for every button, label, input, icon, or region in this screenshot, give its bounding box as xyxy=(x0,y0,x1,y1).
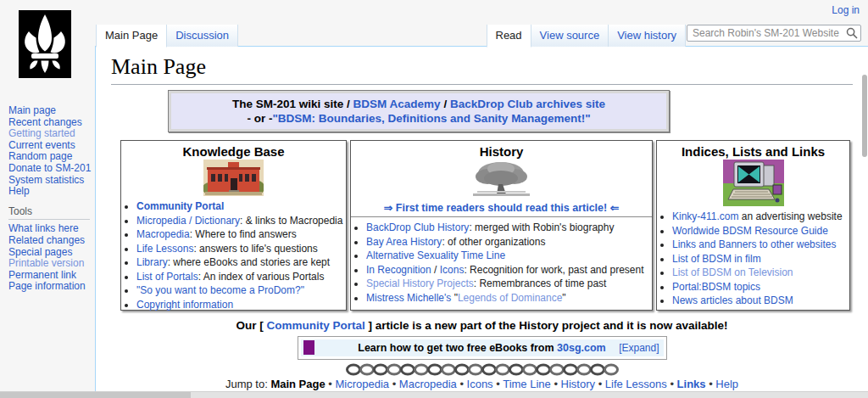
link[interactable]: Links and Banners to other websites xyxy=(672,238,836,250)
link[interactable]: Help xyxy=(8,185,30,197)
link[interactable]: Kinky-411.com xyxy=(672,210,738,222)
text-segment: : An index of various Portals xyxy=(198,271,325,283)
search-icon[interactable] xyxy=(846,27,858,39)
link[interactable]: BDSM Academy xyxy=(353,98,441,110)
link[interactable]: Icons xyxy=(467,378,493,390)
link[interactable]: List of BDSM on Television xyxy=(672,266,793,278)
list-item: Alternative Sexuality Time Line xyxy=(366,249,652,263)
link[interactable]: Community Portal xyxy=(267,319,365,332)
link[interactable]: Legends of Dominance xyxy=(458,292,562,304)
sidebar-nav: Main pageRecent changesGetting startedCu… xyxy=(8,105,93,198)
link[interactable]: Copyright information xyxy=(136,299,233,311)
history-list: BackDrop Club History: merged with Robin… xyxy=(353,221,652,305)
expand-link[interactable]: [Expand] xyxy=(619,342,659,354)
sidebar: Main pageRecent changesGetting startedCu… xyxy=(8,105,93,293)
link[interactable]: List of BDSM in film xyxy=(672,253,761,265)
sidebar-tools-heading: Tools xyxy=(8,206,90,221)
link[interactable]: Main page xyxy=(8,104,56,116)
link[interactable]: What links here xyxy=(8,222,79,234)
sidebar-item-current-events[interactable]: Current events xyxy=(8,140,93,152)
horizontal-scrollbar[interactable] xyxy=(0,391,868,398)
link[interactable]: News articles about BDSM xyxy=(672,294,793,306)
link[interactable]: Community Portal xyxy=(136,200,224,212)
horizontal-scrollbar-thumb[interactable] xyxy=(0,392,191,398)
sidebar-item-related-changes[interactable]: Related changes xyxy=(8,235,93,247)
text-segment: ] article is a new part of the History p… xyxy=(365,319,728,332)
link[interactable]: Micropedia / Dictionary xyxy=(136,215,240,227)
sidebar-item-printable-version[interactable]: Printable version xyxy=(8,258,93,270)
list-item: Bay Area History: of other organizations xyxy=(366,235,652,249)
sidebar-item-page-information[interactable]: Page information xyxy=(8,281,93,293)
link[interactable]: BackDrop Club archives site xyxy=(450,98,605,110)
link[interactable]: Special History Projects xyxy=(366,277,474,289)
link[interactable]: Help xyxy=(715,378,738,390)
link[interactable]: Library xyxy=(136,256,168,268)
link[interactable]: Bay Area History xyxy=(366,236,442,248)
search-input[interactable] xyxy=(687,25,861,42)
sidebar-item-main-page[interactable]: Main page xyxy=(8,105,93,117)
link[interactable]: List of Portals xyxy=(136,271,198,283)
link[interactable]: Macropedia xyxy=(136,228,190,240)
schoolhouse-image xyxy=(121,160,346,196)
text-segment: Learn how to get two free eBooks from xyxy=(358,342,557,354)
link[interactable]: "BDSM: Boundaries, Definitions and Sanit… xyxy=(272,112,590,125)
sidebar-item-random-page[interactable]: Random page xyxy=(8,151,93,163)
jump-line-1: Jump to: Main Page • Micropedia • Macrop… xyxy=(111,378,853,391)
link[interactable]: Permanent link xyxy=(8,269,76,281)
sidebar-item-permanent-link[interactable]: Permanent link xyxy=(8,270,93,282)
link[interactable]: Worldwide BDSM Resource Guide xyxy=(672,225,828,237)
link[interactable]: In Recognition xyxy=(366,264,431,276)
text-segment: The SM-201 wiki site / xyxy=(232,98,353,110)
text-segment: : Recognition for work, past and present xyxy=(464,264,643,276)
list-item: In Recognition / Icons: Recognition for … xyxy=(366,263,652,277)
sidebar-item-donate-to-sm-201[interactable]: Donate to SM-201 xyxy=(8,163,93,175)
link[interactable]: Getting started xyxy=(8,127,75,139)
tree-image xyxy=(351,160,652,199)
tab-discussion[interactable]: Discussion xyxy=(166,25,238,47)
link[interactable]: Links xyxy=(677,378,706,390)
text-segment: • xyxy=(595,378,605,390)
link[interactable]: Macropedia xyxy=(399,378,457,390)
link[interactable]: Portal:BDSM topics xyxy=(672,281,760,293)
link[interactable]: Random page xyxy=(8,150,72,162)
link[interactable]: System statistics xyxy=(8,174,84,186)
tab-view-history[interactable]: View history xyxy=(608,25,686,47)
text-segment: Our [ xyxy=(236,319,267,332)
link[interactable]: Life Lessons xyxy=(605,378,667,390)
link[interactable]: Donate to SM-201 xyxy=(8,162,91,174)
site-logo[interactable] xyxy=(19,10,71,78)
list-item: Mistress Michelle's "Legends of Dominanc… xyxy=(366,291,652,306)
link[interactable]: Icons xyxy=(440,264,465,276)
sidebar-item-getting-started[interactable]: Getting started xyxy=(8,128,93,140)
text-segment: : & links to Macropedia xyxy=(240,215,342,227)
tab-view-source[interactable]: View source xyxy=(531,25,609,47)
link[interactable]: Life Lessons xyxy=(136,243,193,255)
link[interactable]: Special pages xyxy=(8,246,72,258)
link[interactable]: Time Line xyxy=(503,378,551,390)
sidebar-item-special-pages[interactable]: Special pages xyxy=(8,247,93,259)
view-tabs: ReadView sourceView history xyxy=(487,25,686,47)
link[interactable]: Alternative Sexuality Time Line xyxy=(366,249,505,261)
link[interactable]: Micropedia xyxy=(335,378,389,390)
tab-read[interactable]: Read xyxy=(487,25,531,48)
knowledge-base-title: Knowledge Base xyxy=(121,144,346,159)
link[interactable]: History xyxy=(561,378,595,390)
link[interactable]: Related changes xyxy=(8,234,85,246)
vertical-scrollbar[interactable] xyxy=(862,75,867,157)
sidebar-item-what-links-here[interactable]: What links here xyxy=(8,223,93,235)
tab-main-page[interactable]: Main Page xyxy=(96,25,167,48)
link[interactable]: Mistress Michelle's xyxy=(366,292,451,304)
sidebar-item-system-statistics[interactable]: System statistics xyxy=(8,175,93,187)
link[interactable]: Page information xyxy=(8,280,86,292)
link[interactable]: ⇒ First time readers should read this ar… xyxy=(384,202,619,214)
list-item: Macropedia: Where to find answers xyxy=(136,227,346,242)
link[interactable]: Recent changes xyxy=(8,116,82,128)
first-time-readers-link[interactable]: ⇒ First time readers should read this ar… xyxy=(351,201,652,214)
link[interactable]: BackDrop Club History xyxy=(366,221,469,233)
link[interactable]: Current events xyxy=(8,139,75,151)
sidebar-item-help[interactable]: Help xyxy=(8,186,93,198)
link[interactable]: 30sg.com xyxy=(557,342,606,354)
sidebar-item-recent-changes[interactable]: Recent changes xyxy=(8,117,93,129)
link[interactable]: Printable version xyxy=(8,257,84,269)
link[interactable]: "So you want to become a ProDom?" xyxy=(136,284,304,296)
